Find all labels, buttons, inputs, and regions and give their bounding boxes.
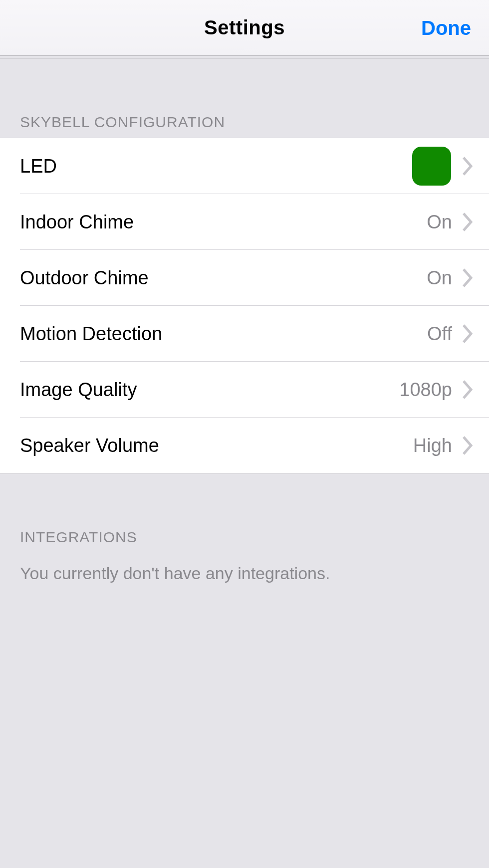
row-speaker-volume[interactable]: Speaker Volume High [0, 418, 489, 473]
chevron-right-icon [461, 324, 474, 344]
chevron-right-icon [461, 435, 474, 455]
row-label-indoor-chime: Indoor Chime [20, 212, 427, 233]
row-label-motion-detection: Motion Detection [20, 323, 427, 345]
row-value-indoor-chime: On [427, 212, 452, 233]
integrations-empty-text: You currently don't have any integration… [0, 553, 489, 583]
navigation-bar: Settings Done [0, 0, 489, 56]
row-value-outdoor-chime: On [427, 267, 452, 289]
row-value-motion-detection: Off [427, 323, 452, 345]
row-label-led: LED [20, 156, 412, 177]
row-value-image-quality: 1080p [399, 379, 452, 401]
page-title: Settings [204, 16, 285, 39]
chevron-right-icon [461, 212, 474, 232]
section-skybell: LED Indoor Chime On Outdoor Chime On Mot… [0, 138, 489, 474]
row-indoor-chime[interactable]: Indoor Chime On [0, 194, 489, 250]
section-header-skybell: SKYBELL CONFIGURATION [0, 59, 489, 138]
led-color-swatch [412, 147, 451, 186]
row-value-speaker-volume: High [413, 435, 452, 456]
section-header-integrations: INTEGRATIONS [0, 474, 489, 553]
chevron-right-icon [461, 268, 474, 288]
row-outdoor-chime[interactable]: Outdoor Chime On [0, 250, 489, 306]
row-image-quality[interactable]: Image Quality 1080p [0, 362, 489, 418]
done-button[interactable]: Done [421, 16, 471, 39]
row-label-image-quality: Image Quality [20, 379, 399, 401]
chevron-right-icon [461, 156, 474, 176]
chevron-right-icon [461, 380, 474, 400]
row-led[interactable]: LED [0, 138, 489, 194]
row-motion-detection[interactable]: Motion Detection Off [0, 306, 489, 362]
row-label-outdoor-chime: Outdoor Chime [20, 267, 427, 289]
row-label-speaker-volume: Speaker Volume [20, 435, 413, 456]
